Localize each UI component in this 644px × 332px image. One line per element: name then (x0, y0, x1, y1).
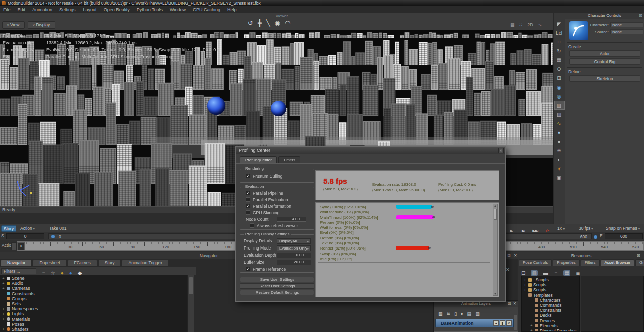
menu-item[interactable]: Settings (59, 7, 76, 12)
particles-icon[interactable]: ✳ (554, 146, 565, 155)
display-dropdown[interactable]: Display (28, 21, 55, 29)
tab-asset-browser[interactable]: Asset Browser (601, 259, 635, 266)
expand-toggle[interactable]: + (530, 328, 535, 332)
tree-row[interactable]: + Scene (0, 276, 187, 281)
checkbox-row[interactable]: Parallel Evaluation (240, 196, 314, 203)
tree-row[interactable]: + _Scripts (522, 277, 579, 282)
checkbox[interactable] (246, 210, 250, 215)
action-dropdown[interactable]: Action (18, 225, 45, 232)
navigator-close-icon[interactable]: ✕ (506, 267, 510, 272)
scrollbar-right-knob[interactable] (594, 235, 597, 239)
expand-toggle[interactable]: + (2, 317, 7, 321)
tab-fcurves[interactable]: FCurves (68, 259, 97, 266)
tab-navigator[interactable]: Navigator (1, 259, 32, 266)
select-tool-icon[interactable]: ◤ (554, 19, 565, 28)
setting-control[interactable]: Evaluation Only (277, 245, 311, 251)
pan-tool-icon[interactable]: ╋ (258, 18, 262, 27)
menu-item[interactable]: Edit (18, 7, 26, 12)
checkbox-row[interactable]: Parallel Deformation (240, 203, 314, 209)
expand-toggle[interactable]: + (524, 288, 528, 292)
pin-icon[interactable]: ♦ (554, 128, 565, 137)
tab-filters[interactable]: Filters (581, 259, 600, 266)
tab-story[interactable]: Story (98, 259, 121, 266)
node-count-field[interactable]: 4.00 (277, 217, 306, 222)
tree-row[interactable]: Devices (522, 318, 579, 323)
tab-profiling-center[interactable]: ProfilingCenter (240, 156, 277, 163)
layer-solo-icon[interactable]: ▮ (500, 320, 505, 326)
bones-display-icon[interactable]: ▨ (554, 110, 565, 119)
tab-timers[interactable]: Timers (278, 156, 300, 163)
base-animation-layer-row[interactable]: BaseAnimation ●▮⊘ (435, 319, 514, 327)
menu-item[interactable]: GPU Caching (193, 7, 220, 12)
tree-row[interactable]: Commands (522, 303, 579, 308)
save-user-settings-button[interactable]: Save User Settings (240, 277, 314, 282)
expand-toggle[interactable]: − (524, 293, 528, 297)
go-to-end-button[interactable]: ▶▶| (530, 225, 540, 232)
tree-row[interactable]: + Elements (522, 323, 579, 328)
checkbox[interactable] (250, 223, 254, 228)
checkbox-row[interactable]: Parallel Pipeline (240, 190, 314, 196)
checkbox-row[interactable]: Always refresh viewer (240, 222, 314, 229)
dialog-title-bar[interactable]: Profiling Center ✕ (236, 147, 505, 154)
view-dropdown[interactable]: View (2, 21, 25, 29)
translate-tool-icon[interactable]: ∷ (554, 37, 565, 46)
orbit-tool-icon[interactable]: ↺ (248, 18, 253, 27)
tab-groups[interactable]: Groups (635, 259, 644, 266)
tree-row[interactable]: + Audio (0, 281, 187, 286)
play-button[interactable]: ▶ (506, 225, 516, 232)
reset-user-settings-button[interactable]: Reset User Settings (240, 283, 314, 289)
layer-weight-icon[interactable]: ● (493, 320, 499, 326)
normals-display-icon[interactable]: ◉ (554, 82, 565, 92)
menu-item[interactable]: Help (227, 7, 237, 12)
timeline-prev-box[interactable] (11, 242, 17, 250)
end-frame-field[interactable]: 600 (605, 233, 643, 239)
next-frame-button[interactable]: ▶| (518, 225, 528, 232)
ik-blend-icon[interactable]: ⊙ (554, 64, 565, 73)
navigator-pane-controls[interactable]: ⊡ ✕ (507, 253, 518, 258)
profiler-scrollbar[interactable] (493, 204, 498, 296)
scene-tree-scrollbar[interactable] (187, 275, 194, 332)
story-button[interactable]: Story (1, 225, 16, 232)
tree-row[interactable]: + Scripts (522, 287, 579, 292)
scene-object-sphere[interactable] (207, 97, 225, 115)
tree-row[interactable]: + Shaders (0, 327, 187, 332)
checkbox[interactable] (246, 204, 250, 208)
restore-default-settings-button[interactable]: Restore Default Settings (240, 290, 314, 295)
wave-mode-icon[interactable]: ∿ (538, 19, 542, 28)
tree-row[interactable]: Characters (522, 298, 579, 303)
tree-row[interactable]: Groups (0, 296, 187, 301)
select-layer-icon[interactable]: ♦ (461, 308, 463, 317)
keying-group-icon[interactable]: ⊞ (554, 73, 565, 82)
expand-toggle[interactable]: + (2, 312, 7, 316)
camera-sphere-icon[interactable]: ◉ (275, 18, 280, 27)
record-button[interactable]: ⟳ (542, 225, 552, 232)
merge-layers-icon[interactable]: ▤ (467, 308, 472, 317)
panel-dock-icon[interactable]: ⊡ (639, 13, 642, 18)
filters-field[interactable]: Filters ... (1, 268, 36, 274)
scale-tool-icon[interactable]: ▦ (554, 55, 565, 64)
animation-layers-controls[interactable]: ⊡ ✕ (508, 301, 517, 306)
polygon-count-icon[interactable]: ● (554, 137, 565, 146)
scrollbar-left-knob[interactable] (51, 235, 55, 238)
tree-row[interactable]: + Namespaces (0, 306, 187, 311)
checkbox[interactable] (246, 174, 250, 178)
tree-row[interactable]: Constraints (522, 308, 579, 313)
duplicate-layer-icon[interactable]: ▥ (475, 308, 480, 317)
setting-control[interactable]: DisplayAll (277, 238, 311, 244)
tree-row[interactable]: + Scripts (522, 282, 579, 287)
expand-toggle[interactable]: + (2, 286, 7, 291)
dialog-close-button[interactable]: ✕ (498, 148, 504, 153)
tree-row[interactable]: + Lights (0, 311, 187, 316)
tree-row[interactable]: Constraints (0, 291, 187, 296)
arc-tool-icon[interactable]: ◠ (285, 18, 290, 27)
tree-row[interactable]: Sets (0, 301, 187, 306)
checkbox-row[interactable]: Frustum Culling (240, 173, 314, 179)
scrollbar-thumb[interactable] (494, 209, 497, 220)
tree-row[interactable]: − Templates (522, 293, 579, 298)
layers-scrollbar[interactable] (514, 315, 517, 330)
snap-dropdown[interactable]: Snap on Frames (604, 225, 643, 232)
points-mode-icon[interactable]: ∷ (520, 19, 523, 28)
checkbox-row[interactable]: Frame Reference (240, 266, 314, 272)
models-display-icon[interactable]: ▧ (554, 101, 565, 110)
render-mode-icon[interactable]: ▦ (510, 19, 515, 28)
